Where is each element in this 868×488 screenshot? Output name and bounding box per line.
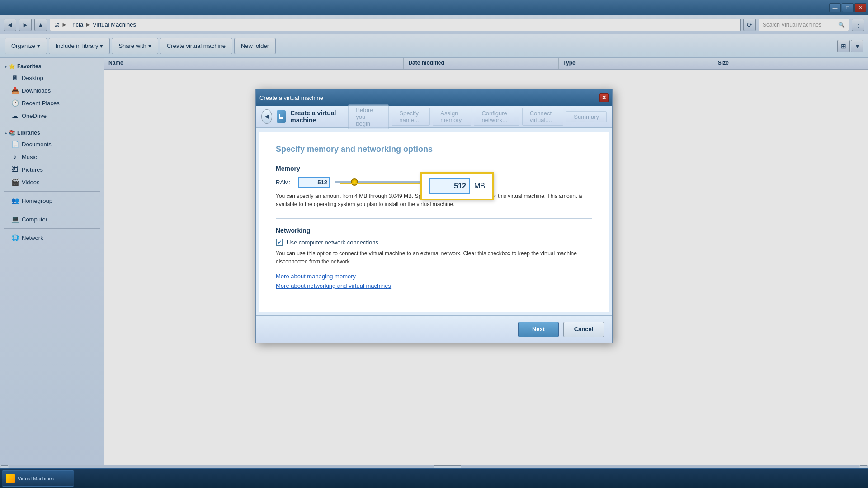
sidebar-item-pictures[interactable]: 🖼 Pictures (0, 163, 104, 176)
form-divider (276, 218, 592, 219)
sidebar-network-label: Network (22, 235, 43, 241)
ram-input[interactable] (298, 177, 330, 188)
sidebar-music-label: Music (22, 154, 37, 160)
up-button[interactable]: ▲ (34, 19, 47, 31)
column-header: Name Date modified Type Size (104, 58, 868, 70)
pictures-icon: 🖼 (11, 165, 19, 174)
cancel-button[interactable]: Cancel (563, 322, 604, 337)
sidebar-documents-label: Documents (22, 141, 52, 148)
view-buttons: ⊞ ▾ (837, 40, 863, 52)
sidebar-homegroup-label: Homegroup (22, 197, 52, 204)
desktop-icon: 🖥 (11, 74, 19, 82)
networking-link[interactable]: More about networking and virtual machin… (276, 282, 592, 289)
share-with-label: Share with (118, 42, 146, 49)
recent-places-icon: 🕐 (11, 99, 19, 107)
dialog-footer: Next Cancel (256, 315, 612, 343)
libraries-chevron-icon: ▸ (5, 131, 7, 136)
sidebar-item-music[interactable]: ♪ Music (0, 150, 104, 163)
next-button[interactable]: Next (518, 322, 559, 337)
dialog-wizard-icon: 🖥 (277, 110, 286, 123)
share-with-dropdown-icon: ▾ (148, 42, 151, 49)
create-vm-dialog[interactable]: Create a virtual machine ✕ ◄ 🖥 Create a … (255, 89, 613, 343)
sidebar-item-computer[interactable]: 💻 Computer (0, 213, 104, 225)
sidebar-item-desktop[interactable]: 🖥 Desktop (0, 71, 104, 84)
view-grid-button[interactable]: ⊞ (837, 40, 850, 52)
sidebar-item-network[interactable]: 🌐 Network (0, 231, 104, 244)
sidebar-pictures-label: Pictures (22, 166, 43, 173)
step-memory: Assign memory (433, 108, 471, 126)
ram-row: RAM: MB MB (276, 177, 592, 188)
dialog-back-button[interactable]: ◄ (261, 109, 272, 124)
sidebar-recent-label: Recent Places (22, 100, 60, 107)
favorites-label: Favorites (17, 63, 41, 70)
new-folder-label: New folder (241, 42, 269, 49)
taskbar-vm-label: Virtual Machines (18, 476, 54, 481)
col-name[interactable]: Name (104, 58, 404, 69)
slider-thumb[interactable] (351, 178, 358, 186)
sidebar-item-onedrive[interactable]: ☁ OneDrive (0, 109, 104, 122)
col-type[interactable]: Type (559, 58, 713, 69)
ram-tooltip: MB (420, 172, 494, 200)
breadcrumb-home-icon: 🗂 (54, 21, 60, 28)
networking-hint: You can use this option to connect the v… (276, 249, 592, 266)
sidebar-item-videos[interactable]: 🎬 Videos (0, 176, 104, 188)
create-vm-button[interactable]: Create virtual machine (160, 38, 232, 54)
organize-label: Organize (11, 42, 35, 49)
minimize-button[interactable]: — (829, 3, 841, 12)
maximize-button[interactable]: □ (842, 3, 854, 12)
sidebar-desktop-label: Desktop (22, 75, 43, 81)
new-folder-button[interactable]: New folder (234, 38, 276, 54)
view-dropdown-button[interactable]: ▾ (851, 40, 863, 52)
view-options-button[interactable]: ⋮ (852, 19, 864, 31)
libraries-header[interactable]: ▸ 📚 Libraries (0, 128, 104, 138)
sidebar-item-documents[interactable]: 📄 Documents (0, 138, 104, 150)
col-size[interactable]: Size (713, 58, 868, 69)
taskbar-vm-window[interactable]: Virtual Machines (2, 470, 74, 487)
tooltip-ram-input[interactable] (429, 178, 470, 194)
back-button[interactable]: ◄ (4, 19, 16, 31)
memory-label: Memory (276, 165, 592, 172)
memory-link[interactable]: More about managing memory (276, 273, 592, 280)
favorites-section: ▸ ⭐ Favorites 🖥 Desktop 📥 Downloads 🕐 Re… (0, 61, 104, 122)
create-vm-label: Create virtual machine (167, 42, 226, 49)
step-connect: Connect virtual.... (522, 108, 564, 126)
sidebar-computer-label: Computer (22, 216, 47, 223)
sidebar: ▸ ⭐ Favorites 🖥 Desktop 📥 Downloads 🕐 Re… (0, 58, 104, 465)
network-icon: 🌐 (11, 234, 19, 242)
sidebar-item-recent-places[interactable]: 🕐 Recent Places (0, 97, 104, 109)
step-summary: Summary (566, 111, 607, 122)
network-section: 🌐 Network (0, 231, 104, 244)
dialog-close-button[interactable]: ✕ (599, 93, 609, 102)
music-icon: ♪ (11, 153, 19, 161)
search-box[interactable]: Search Virtual Machines 🔍 (759, 19, 849, 31)
sidebar-videos-label: Videos (22, 179, 40, 186)
network-checkbox-label: Use computer network connections (287, 239, 378, 246)
favorites-header-label: ⭐ (9, 63, 15, 70)
col-date[interactable]: Date modified (404, 58, 558, 69)
close-button[interactable]: ✕ (854, 3, 866, 12)
networking-section: Networking Use computer network connecti… (276, 227, 592, 289)
network-checkbox[interactable] (276, 239, 283, 246)
forward-button[interactable]: ► (19, 19, 32, 31)
sidebar-item-downloads[interactable]: 📥 Downloads (0, 84, 104, 97)
sidebar-item-homegroup[interactable]: 👥 Homegroup (0, 194, 104, 207)
libraries-section: ▸ 📚 Libraries 📄 Documents ♪ Music 🖼 Pict… (0, 128, 104, 188)
ram-slider[interactable] (335, 178, 425, 187)
refresh-button[interactable]: ⟳ (743, 19, 756, 31)
organize-button[interactable]: Organize ▾ (5, 38, 47, 54)
breadcrumb-tricia[interactable]: Tricia (69, 21, 83, 28)
dialog-content: Specify memory and networking options Me… (256, 128, 612, 315)
sidebar-divider-3 (4, 210, 100, 210)
share-with-button[interactable]: Share with ▾ (112, 38, 158, 54)
breadcrumb-vm[interactable]: Virtual Machines (93, 21, 136, 28)
action-bar: Organize ▾ Include in library ▾ Share wi… (0, 34, 868, 58)
onedrive-icon: ☁ (11, 112, 19, 120)
breadcrumb[interactable]: 🗂 ► Tricia ► Virtual Machines (50, 19, 741, 31)
title-bar-buttons: — □ ✕ (829, 3, 866, 12)
include-in-library-button[interactable]: Include in library ▾ (49, 38, 110, 54)
dialog-title: Create a virtual machine (259, 94, 323, 101)
address-bar: ◄ ► ▲ 🗂 ► Tricia ► Virtual Machines ⟳ Se… (0, 15, 868, 34)
slider-track (335, 181, 425, 183)
sidebar-divider-2 (4, 191, 100, 192)
favorites-header[interactable]: ▸ ⭐ Favorites (0, 61, 104, 71)
